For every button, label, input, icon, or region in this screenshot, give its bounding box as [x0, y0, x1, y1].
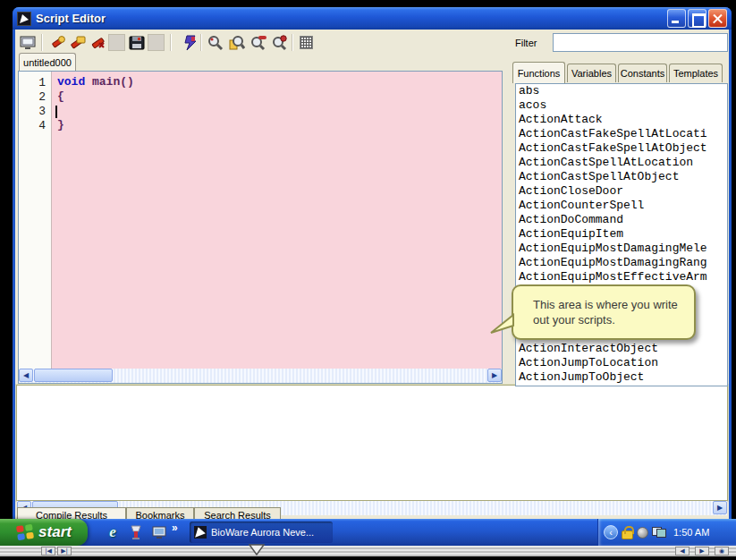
- minimize-button[interactable]: [667, 9, 686, 28]
- list-item[interactable]: ActionInteractObject: [516, 342, 727, 356]
- screen: Script Editor: [0, 0, 736, 560]
- list-item[interactable]: ActionEquipMostEffectiveArm: [516, 270, 727, 284]
- task-button-bioware-aurora[interactable]: BioWare Aurora Neve...: [190, 522, 333, 543]
- editor-hscrollbar[interactable]: ◀ ▶: [19, 369, 502, 383]
- list-item[interactable]: ActionDoCommand: [516, 213, 727, 227]
- player-next-button[interactable]: ▶: [695, 547, 709, 556]
- function-list[interactable]: absacosActionAttackActionCastFakeSpellAt…: [515, 83, 728, 386]
- disabled-button-1: [107, 33, 126, 52]
- disabled-button-2: [147, 33, 165, 52]
- tab-variables[interactable]: Variables: [567, 64, 616, 82]
- tutorial-tooltip: This area is where you write out your sc…: [512, 284, 696, 340]
- scroll-left-arrow-icon[interactable]: ◀: [19, 369, 33, 382]
- list-item[interactable]: ActionCastFakeSpellAtLocati: [516, 127, 727, 141]
- tooltip-tail: [490, 313, 515, 338]
- line-number: 3: [21, 105, 46, 118]
- app-icon: [17, 12, 31, 26]
- player-prev-button[interactable]: ◀: [675, 547, 689, 556]
- compile-button[interactable]: [181, 33, 199, 52]
- quick-launch-overflow-chevron[interactable]: »: [172, 522, 178, 534]
- maximize-button[interactable]: [688, 9, 706, 28]
- line-number: 2: [21, 90, 46, 104]
- crayon-edit-button[interactable]: [48, 33, 67, 52]
- list-item[interactable]: ActionCounterSpell: [516, 199, 727, 213]
- system-tray: ‹ 1:50 AM: [597, 519, 736, 546]
- toolbar-separator: [292, 34, 293, 51]
- tooltip-text: This area is where you write out your sc…: [513, 293, 694, 331]
- timeline-position-marker[interactable]: [248, 544, 266, 556]
- scroll-right-arrow-icon[interactable]: ▶: [487, 369, 502, 382]
- taskbar: start e » BioWare Aurora Neve... ‹ 1:50 …: [0, 519, 736, 546]
- code-line-4: }: [57, 118, 64, 132]
- list-item[interactable]: ActionCastFakeSpellAtObject: [516, 141, 727, 156]
- code-line-1: void main(): [57, 75, 134, 89]
- taskbar-clock: 1:50 AM: [673, 527, 709, 538]
- player-step-forward-button[interactable]: ▶|: [57, 547, 72, 556]
- hide-icons-chevron[interactable]: ‹: [604, 525, 618, 539]
- list-item[interactable]: ActionAttack: [516, 113, 727, 127]
- save-script-button[interactable]: [127, 33, 146, 52]
- new-script-button[interactable]: [18, 33, 37, 52]
- scroll-right-arrow-icon[interactable]: ▶: [713, 501, 727, 514]
- find-button[interactable]: [206, 33, 224, 52]
- list-item[interactable]: acos: [516, 98, 727, 113]
- line-number: 4: [21, 119, 46, 132]
- editor-tab-untitled000[interactable]: untitled000: [19, 53, 76, 71]
- network-icon[interactable]: [652, 527, 666, 538]
- show-desktop-icon[interactable]: [150, 523, 168, 541]
- script-editor-area[interactable]: 1 2 3 4 void main() { } ◀ ▶: [18, 71, 503, 384]
- toolbar-separator: [200, 34, 202, 51]
- list-item[interactable]: ActionCastSpellAtLocation: [516, 156, 727, 170]
- list-item[interactable]: ActionEquipItem: [516, 227, 727, 242]
- scroll-thumb[interactable]: [34, 369, 113, 382]
- replace-button[interactable]: [249, 33, 267, 52]
- player-timeline-strip[interactable]: [0, 546, 736, 556]
- toolbar-separator: [170, 34, 172, 51]
- crayon-folder-button[interactable]: [68, 33, 87, 52]
- find-next-button[interactable]: [227, 33, 246, 52]
- player-zoom-button[interactable]: ◉: [715, 547, 729, 556]
- windows-flag-icon: [15, 523, 35, 542]
- task-label: BioWare Aurora Neve...: [211, 527, 314, 538]
- editor-tab-label: untitled000: [23, 57, 72, 68]
- list-item[interactable]: ActionJumpToLocation: [516, 356, 727, 370]
- list-item[interactable]: ActionJumpToObject: [516, 370, 727, 385]
- line-number-gutter: 1 2 3 4: [19, 72, 52, 369]
- text-caret: [55, 106, 57, 118]
- output-panel: [16, 385, 728, 501]
- window-title: Script Editor: [36, 12, 665, 25]
- media-player-icon[interactable]: [127, 523, 145, 541]
- code-line-2: {: [57, 89, 64, 103]
- close-button[interactable]: [708, 9, 727, 28]
- start-button[interactable]: start: [0, 519, 88, 546]
- titlebar[interactable]: Script Editor: [13, 7, 732, 30]
- crayon-close-button[interactable]: [88, 33, 106, 52]
- filter-input[interactable]: [553, 33, 728, 52]
- line-number: 1: [21, 76, 46, 89]
- filter-label: Filter: [515, 38, 537, 48]
- start-label: start: [38, 523, 72, 541]
- list-item[interactable]: ActionEquipMostDamagingMele: [516, 242, 727, 256]
- task-app-icon: [194, 526, 207, 539]
- find-in-files-button[interactable]: [270, 33, 289, 52]
- volume-icon[interactable]: [637, 527, 648, 539]
- internet-explorer-icon[interactable]: e: [104, 523, 122, 541]
- tab-functions[interactable]: Functions: [512, 62, 565, 83]
- list-item[interactable]: ActionCloseDoor: [516, 184, 727, 199]
- toolbar-separator: [41, 34, 43, 51]
- player-step-back-button[interactable]: |◀: [41, 547, 55, 556]
- tab-templates[interactable]: Templates: [669, 64, 723, 82]
- list-item[interactable]: ActionEquipMostDamagingRang: [516, 256, 727, 270]
- list-item[interactable]: ActionCastSpellAtObject: [516, 170, 727, 184]
- grid-matrix-button[interactable]: [297, 33, 316, 52]
- tab-constants[interactable]: Constants: [618, 64, 667, 82]
- script-editor-window: Script Editor: [13, 7, 732, 519]
- list-item[interactable]: abs: [516, 84, 727, 98]
- security-lock-icon[interactable]: [622, 530, 633, 539]
